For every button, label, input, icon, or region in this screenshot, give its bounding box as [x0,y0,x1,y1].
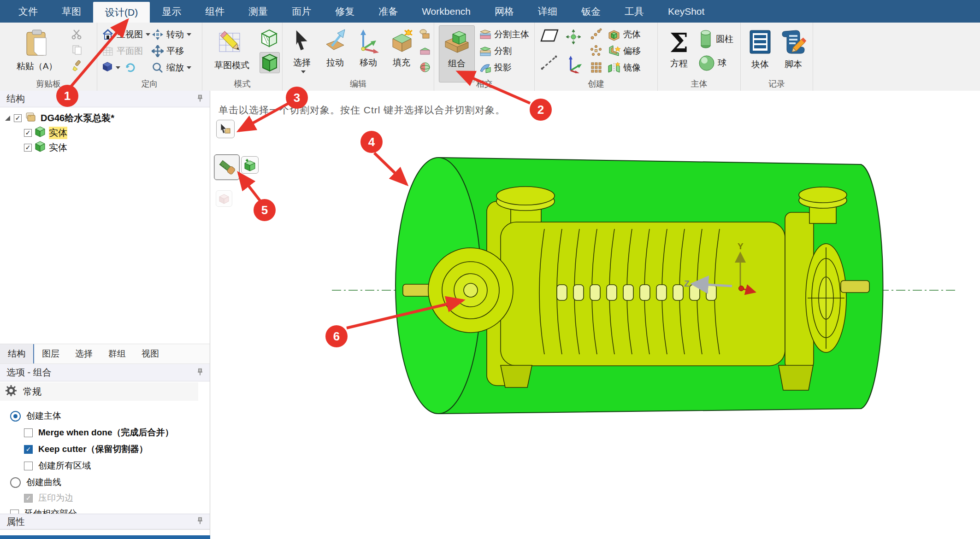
menu-assembly[interactable]: 组件 [193,0,236,23]
viewport-3d[interactable]: 单击以选择一个切割对象。按住 Ctrl 键并选择以合并切割对象。 [210,91,980,539]
tree-label-root[interactable]: DG46给水泵总装* [41,112,114,124]
tab-views[interactable]: 视图 [134,344,167,363]
radio-create-body[interactable] [10,411,21,422]
pattern-linear-icon[interactable] [589,27,603,41]
tree-row-root[interactable]: ✓ DG46给水泵总装* [5,111,114,125]
section-mode-icon[interactable] [260,28,279,48]
select-dropdown[interactable] [301,70,306,73]
zoom-button[interactable]: 缩放 [152,59,191,76]
tree-expander-icon[interactable] [5,115,11,121]
tab-structure[interactable]: 结构 [0,344,34,363]
pan-button[interactable]: 平移 [152,43,191,59]
menu-design-tab[interactable]: 设计(D) [93,2,150,23]
home-view-button[interactable]: 主视图 [102,26,150,43]
option-create-all-regions[interactable]: 创建所有区域 [24,459,91,473]
pull-button[interactable]: 拉动 [319,25,352,82]
add-cutter-button[interactable] [241,156,259,174]
pin-icon[interactable] [197,367,203,378]
sweep-icon[interactable] [418,44,432,58]
tree-row-solid-1[interactable]: ✓ 实体 [24,126,67,140]
menu-repair[interactable]: 修复 [323,0,366,23]
properties-pane-body [0,529,210,536]
sketch-mode-button[interactable]: 草图模式 [206,25,258,82]
menu-detail[interactable]: 详细 [526,0,569,23]
pin-icon[interactable] [197,516,203,527]
move-button[interactable]: 移动 [352,25,385,82]
menu-file[interactable]: 文件 [6,0,50,23]
equation-button[interactable]: Σ 方程 [661,26,697,82]
tree-checkbox-solid-1[interactable]: ✓ [24,129,32,137]
triad-icon[interactable] [565,55,582,75]
pattern-circular-icon[interactable] [589,44,603,58]
fill-button[interactable]: 填充 [385,25,418,82]
pattern-grid-icon[interactable] [589,60,603,74]
split-button[interactable]: 分割 [478,43,529,59]
tree-label-solid-2[interactable]: 实体 [49,141,67,154]
project-button[interactable]: 投影 [478,59,529,76]
mirror-button[interactable]: 镜像 [608,59,641,76]
pull-icon [324,29,347,55]
solid-mode-icon[interactable] [260,52,280,73]
tree-checkbox-root[interactable]: ✓ [14,114,22,122]
combine-button[interactable]: 组合 [439,25,475,82]
menu-mesh[interactable]: 网格 [483,0,526,23]
checkbox-create-all-regions[interactable] [24,462,33,470]
menu-workbench[interactable]: Workbench [410,0,483,23]
tab-selection[interactable]: 选择 [67,344,100,363]
cut-tool-button[interactable] [214,154,240,180]
block-button[interactable]: 块体 [744,25,776,82]
tab-layers[interactable]: 图层 [34,344,67,363]
menu-keyshot[interactable]: KeyShot [656,0,716,23]
zoom-dropdown[interactable] [187,66,191,69]
previous-view-icon[interactable] [125,61,136,74]
select-cutter-button[interactable] [216,120,235,138]
menu-facets[interactable]: 面片 [280,0,323,23]
menu-display[interactable]: 显示 [150,0,193,23]
menu-tools[interactable]: 工具 [613,0,656,23]
axis-line-icon[interactable] [540,55,559,72]
tree-row-solid-2[interactable]: ✓ 实体 [24,141,67,154]
paste-button[interactable]: 粘贴（A） [9,25,65,82]
sphere-button[interactable]: 球 [698,51,733,75]
group-label-edit: 编辑 [283,78,434,89]
option-create-body[interactable]: 创建主体 [10,409,61,423]
spin-button[interactable]: 转动 [152,26,191,43]
menu-sheetmetal[interactable]: 钣金 [569,0,613,23]
cut-icon[interactable] [70,27,84,41]
option-keep-cutter[interactable]: ✓ Keep cutter（保留切割器） [24,442,148,456]
options-section-general[interactable]: 常规 [0,382,198,401]
pin-icon[interactable] [197,94,203,104]
home-view-dropdown[interactable] [146,33,150,36]
blend-icon[interactable] [418,27,432,41]
tree-label-solid-1[interactable]: 实体 [49,127,67,139]
shell-button[interactable]: 壳体 [608,26,641,43]
menu-prepare[interactable]: 准备 [366,0,410,23]
checkbox-extend-intersection[interactable] [10,510,19,514]
option-create-curves[interactable]: 创建曲线 [10,475,61,489]
tree-checkbox-solid-2[interactable]: ✓ [24,144,32,152]
split-body-button[interactable]: 分割主体 [478,26,529,43]
menu-sketch[interactable]: 草图 [50,0,93,23]
option-merge-when-done[interactable]: Merge when done（完成后合并） [24,426,173,439]
checkbox-imprint-edges[interactable]: ✓ [24,494,33,503]
spin-dropdown[interactable] [187,33,191,36]
copy-icon[interactable] [70,43,84,57]
point-icon[interactable] [565,29,582,47]
radio-create-curves[interactable] [10,477,21,488]
cylinder-button[interactable]: 圆柱 [698,27,733,51]
checkbox-merge-when-done[interactable] [24,428,33,437]
select-button[interactable]: 选择 [285,25,319,82]
plan-view-button[interactable]: 平面图 [102,43,150,59]
plane-icon[interactable] [540,29,559,45]
option-extend-intersection[interactable]: 延伸相交部分 [10,507,77,514]
view-cube-dropdown[interactable] [116,66,120,69]
sphere-tool-icon[interactable] [418,60,432,74]
offset-button[interactable]: 偏移 [608,43,641,59]
script-button[interactable]: 脚本 [778,25,809,82]
menu-measure[interactable]: 测量 [236,0,280,23]
option-imprint-edges[interactable]: ✓ 压印为边 [24,491,73,505]
checkbox-keep-cutter[interactable]: ✓ [24,445,33,454]
format-brush-icon[interactable] [70,59,84,72]
tab-groups[interactable]: 群组 [100,344,134,363]
view-cube-icon[interactable] [102,61,113,74]
